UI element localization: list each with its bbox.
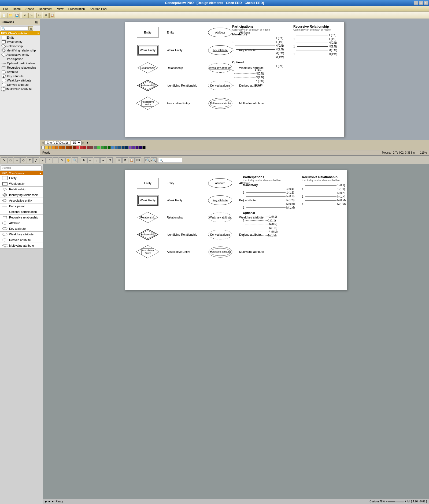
color-yellow1[interactable]	[45, 146, 48, 149]
page-tab-chens[interactable]: Chen's ERD (1/1)	[45, 141, 70, 145]
page-next-btn[interactable]: ►	[82, 141, 85, 144]
toolbar-open[interactable]: 📁	[8, 13, 13, 18]
top-canvas-content[interactable]: Entity Entity Attribute Attribute	[40, 19, 429, 140]
derived-shape[interactable]: Derived attribute	[208, 81, 232, 90]
bt-text[interactable]: T	[27, 157, 33, 163]
bt-align[interactable]: ≡	[100, 157, 106, 163]
relationship-shape[interactable]: Relationship	[137, 62, 158, 74]
sidebar-item-attribute[interactable]: Attribute	[0, 70, 40, 74]
menu-shape[interactable]: Shape	[23, 7, 36, 11]
b-entity-shape[interactable]: Entity	[137, 178, 158, 188]
bt-flip-v[interactable]: ↕	[94, 157, 100, 163]
sidebar-item-multivalue[interactable]: Multivalue attribute	[0, 87, 40, 91]
color-darkred[interactable]	[87, 146, 90, 149]
b-attribute-shape[interactable]: Attribute	[208, 178, 232, 188]
menu-home[interactable]: Home	[11, 7, 23, 11]
b-associative-shape[interactable]: Associative Entity	[136, 245, 160, 259]
close-button[interactable]: ×	[424, 1, 428, 5]
color-darkpurple[interactable]	[139, 146, 142, 149]
bs-derived[interactable]: Derived attribute	[0, 237, 43, 243]
b-weak-key-shape[interactable]: Weak key attribute	[208, 213, 232, 222]
sidebar-search-btn[interactable]: ⊞	[28, 26, 33, 31]
sidebar-item-entity[interactable]: Entity	[0, 35, 40, 40]
bt-arc[interactable]: ⌒	[53, 157, 58, 163]
sidebar-item-recursive[interactable]: Recursive relationship	[0, 65, 40, 70]
color-red4[interactable]	[83, 146, 86, 149]
bt-bezier[interactable]: ∫	[46, 157, 52, 163]
b-multivalue-shape[interactable]: Multivalue attribute	[208, 246, 232, 258]
color-green1[interactable]	[97, 146, 100, 149]
bs-optional-participation[interactable]: Optional participation	[0, 209, 43, 215]
sidebar-search-input[interactable]	[1, 26, 28, 31]
b-relationship-shape[interactable]: Relationship	[137, 212, 158, 223]
bt-rect[interactable]: □	[8, 157, 13, 163]
color-purple2[interactable]	[132, 146, 135, 149]
window-controls[interactable]: _ □ ×	[414, 1, 428, 5]
sidebar-item-weak-key[interactable]: Weak key attribute	[0, 78, 40, 83]
page-scroll-btn[interactable]: ◄	[86, 141, 88, 144]
zoom-in-btn[interactable]: +	[405, 500, 406, 503]
color-red1[interactable]	[73, 146, 76, 149]
menu-document[interactable]: Document	[37, 7, 54, 11]
sidebar-item-key-attribute[interactable]: A Key attribute	[0, 74, 40, 78]
color-blue2[interactable]	[114, 146, 118, 149]
bs-weak-entity[interactable]: Weak entity	[0, 181, 43, 187]
bt-paste[interactable]: 📋	[129, 157, 135, 163]
bt-flip-h[interactable]: ↔	[87, 157, 93, 163]
color-brown3[interactable]	[66, 146, 69, 149]
bs-search-input[interactable]	[1, 165, 42, 170]
multivalue-shape[interactable]: Multivalue attribute	[208, 97, 232, 109]
sidebar-item-weak-entity[interactable]: Weak entity	[0, 40, 40, 44]
bt-delete[interactable]: ⌦	[135, 157, 141, 163]
sidebar-item-associative[interactable]: Associative entity	[0, 53, 40, 57]
b-key-attribute-shape[interactable]: Key attribute	[208, 195, 232, 205]
identifying-shape[interactable]: Relationship	[137, 80, 158, 91]
sidebar-item-participation[interactable]: Participation	[0, 57, 40, 61]
b-weak-entity-shape[interactable]: Weak Entity	[137, 195, 158, 206]
bt-freehand[interactable]: ✎	[59, 157, 65, 163]
bs-weak-key[interactable]: Weak key attribute	[0, 232, 43, 237]
bt-zoom-out[interactable]: -🔍	[151, 157, 157, 163]
sidebar-item-identifying[interactable]: Identifying relationship	[0, 48, 40, 53]
toolbar-cut[interactable]: ✂	[36, 13, 42, 18]
sidebar-section-close[interactable]: ×	[37, 32, 39, 35]
bs-recursive[interactable]: Recursive relationship	[0, 215, 43, 220]
bt-rotate[interactable]: ↻	[81, 157, 87, 163]
key-attribute-shape[interactable]: Key attribute	[208, 45, 232, 55]
bs-participation[interactable]: Participation	[0, 203, 43, 209]
b-identifying-shape[interactable]: Relationship	[137, 229, 158, 240]
bt-group[interactable]: ⊞	[107, 157, 113, 163]
sidebar-expand-icon[interactable]: ⊞	[35, 20, 38, 24]
menu-view[interactable]: View	[55, 7, 66, 11]
sidebar-item-derived[interactable]: Derived attribute	[0, 83, 40, 87]
weak-key-shape[interactable]: Weak key attribute	[208, 63, 232, 73]
color-yellow2[interactable]	[48, 146, 51, 149]
bs-associative[interactable]: Associative entity	[0, 198, 43, 203]
minimize-button[interactable]: _	[414, 1, 418, 5]
zoom-slider[interactable]	[388, 501, 404, 502]
color-blue4[interactable]	[121, 146, 125, 149]
bt-pointer[interactable]: ↖	[1, 157, 7, 163]
bs-identifying[interactable]: Identifying relationship	[0, 192, 43, 198]
maximize-button[interactable]: □	[419, 1, 423, 5]
bs-key-attribute[interactable]: Key attribute	[0, 226, 43, 232]
menu-file[interactable]: File	[1, 7, 10, 11]
color-gray[interactable]	[94, 146, 97, 149]
bt-cut[interactable]: ✂	[116, 157, 122, 163]
bottom-prev-page[interactable]: ◄	[48, 500, 50, 503]
toolbar-new[interactable]: 📄	[1, 13, 7, 18]
associative-shape[interactable]: Associative Entity	[136, 96, 160, 110]
color-orange1[interactable]	[52, 146, 55, 149]
toolbar-save[interactable]: 💾	[14, 13, 20, 18]
bottom-toolbar-search[interactable]	[158, 158, 182, 163]
bs-attribute[interactable]: Attribute	[0, 220, 43, 226]
attribute-shape[interactable]: Attribute	[208, 28, 232, 37]
toolbar-redo[interactable]: ↪	[28, 13, 34, 18]
color-black[interactable]	[142, 146, 146, 149]
bottom-play-btn[interactable]: ▶	[45, 500, 47, 503]
color-blue1[interactable]	[111, 146, 114, 149]
bt-zoom-tool[interactable]: 🔍	[72, 157, 78, 163]
entity-shape[interactable]: Entity	[137, 27, 158, 38]
bt-diamond[interactable]: ◇	[20, 157, 26, 163]
bt-connect[interactable]: ⌐	[40, 157, 46, 163]
